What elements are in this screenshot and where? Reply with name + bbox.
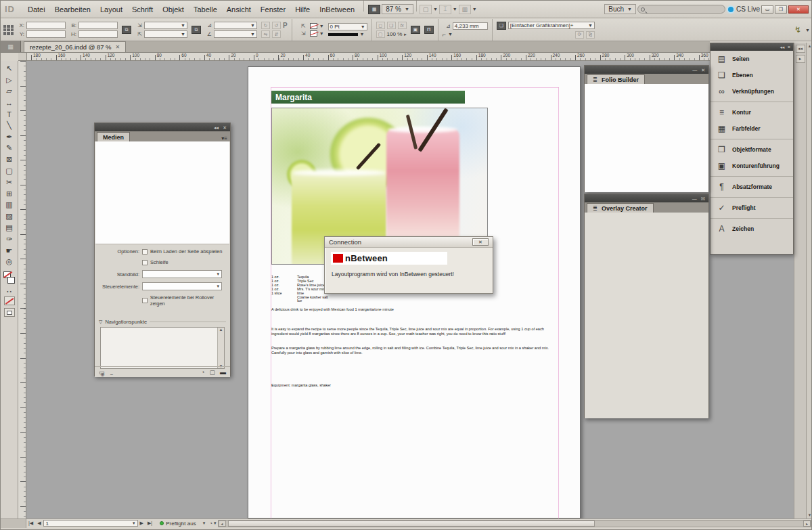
apply-none-button[interactable] <box>4 296 15 305</box>
shadow-icon[interactable]: ❏ <box>387 22 396 29</box>
rotation-angle-field[interactable]: ▼ <box>214 22 257 29</box>
play-on-load-checkbox[interactable] <box>142 249 148 255</box>
previous-page-icon[interactable]: ◀ <box>35 521 43 526</box>
dock-menu-icon[interactable]: ≡ <box>788 45 790 49</box>
menu-item[interactable]: Hilfe <box>290 3 315 16</box>
dock-item-farbfelder[interactable]: ▦ Farbfelder <box>710 120 793 137</box>
height-field[interactable] <box>78 30 118 38</box>
vertical-scrollbar[interactable]: ▲ ▼ <box>806 43 812 518</box>
folio-builder-content[interactable] <box>585 84 708 192</box>
line-tool[interactable]: ╲ <box>3 120 16 131</box>
nav-points-list[interactable]: ▲▼ <box>100 327 225 369</box>
pencil-tool[interactable]: ✎ <box>3 143 16 154</box>
width-field[interactable] <box>78 22 118 29</box>
scroll-down-icon[interactable]: ▼ <box>808 513 812 517</box>
selection-tool[interactable]: ↖ <box>3 63 16 74</box>
recipe-title-bar[interactable]: Margarita <box>271 91 465 104</box>
minimize-button[interactable]: ▭ <box>761 5 773 14</box>
fill-stroke-tool-swatches[interactable] <box>3 270 16 288</box>
wrap-none-icon[interactable]: ▣ <box>411 26 420 34</box>
zoom-tool[interactable]: ◎ <box>3 257 16 268</box>
cs-live-icon[interactable] <box>727 5 735 14</box>
collapse-panel-icon[interactable]: ◂◂ <box>214 125 219 130</box>
close-tab-icon[interactable]: ✕ <box>116 44 120 50</box>
quick-apply-lightning-icon[interactable]: ↯ <box>794 25 801 35</box>
dock-item-zeichen[interactable]: A Zeichen <box>710 218 793 237</box>
dock-item-kontur[interactable]: ≡ Kontur <box>710 102 793 120</box>
tab-overlay-creator[interactable]: ≣Overlay Creator <box>587 203 654 213</box>
dock-item-konturenfuehrung[interactable]: ▣ Konturenführung <box>710 158 793 174</box>
preview-spread-icon[interactable]: ▭ <box>99 369 105 376</box>
scale-y-field[interactable]: ▼ <box>144 30 187 38</box>
dock-item-ebenen[interactable]: ❏ Ebenen <box>710 67 793 83</box>
direct-selection-tool[interactable]: ▷ <box>3 74 16 86</box>
corner-radius-field[interactable]: 4,233 mm <box>453 22 488 30</box>
apply-formatting-container-icon[interactable]: ▪ <box>10 289 12 294</box>
dock-options-icon[interactable]: ▸ <box>796 55 805 63</box>
stroke-style-preview[interactable] <box>328 33 358 36</box>
gap-tool[interactable]: ↔ <box>3 97 16 108</box>
stroke-swatch[interactable] <box>7 277 15 284</box>
workspace-switcher[interactable]: Buch▼ <box>604 4 636 14</box>
preflight-menu-icon[interactable]: ▾ <box>203 521 206 526</box>
media-preview-area[interactable] <box>95 141 229 244</box>
scissors-tool[interactable]: ✂ <box>3 177 16 188</box>
menu-item[interactable]: Tabelle <box>189 3 222 16</box>
menu-item[interactable]: Objekt <box>158 3 189 16</box>
menu-item[interactable]: Layout <box>95 3 127 16</box>
horizontal-scrollbar[interactable]: ◂ ▸ <box>218 520 811 527</box>
ruler-corner[interactable] <box>18 53 27 61</box>
horizontal-ruler[interactable]: 1801601401201008060402002040608010012014… <box>18 53 807 61</box>
rectangle-tool[interactable]: ▢ <box>3 165 16 177</box>
rotate-ccw-icon[interactable]: ↺ <box>272 22 281 29</box>
scroll-up-icon[interactable]: ▲ <box>808 44 812 48</box>
select-content-icon[interactable]: ⇲ <box>296 30 306 37</box>
dock-item-objektformate[interactable]: ❐ Objektformate <box>710 139 793 158</box>
shear-angle-field[interactable]: ▼ <box>214 30 257 38</box>
expand-dock-icon[interactable]: ◂◂ <box>796 45 805 53</box>
document-tab[interactable]: rezepte_20_06.indd @ 87 % ✕ <box>24 41 126 52</box>
dialog-title-bar[interactable]: Connection ✕ <box>325 237 493 248</box>
rectangle-frame-tool[interactable]: ⊠ <box>3 154 16 165</box>
close-panel-icon[interactable]: ✕ <box>701 68 705 72</box>
eyedropper-tool[interactable]: ✑ <box>3 234 16 245</box>
scale-x-field[interactable]: ▼ <box>144 22 187 29</box>
controller-select[interactable]: ▾ <box>142 282 222 290</box>
opacity-value[interactable]: 100 % <box>387 31 403 37</box>
loop-checkbox[interactable] <box>142 260 148 265</box>
scrollbar[interactable]: ▲▼ <box>217 328 224 368</box>
search-input[interactable] <box>637 5 725 14</box>
poster-select[interactable]: ▾ <box>142 270 222 278</box>
break-link-icon[interactable]: ⧎ <box>586 31 595 39</box>
wrap-around-icon[interactable]: 𝚷 <box>424 26 434 34</box>
page-tool[interactable]: ▱ <box>3 86 16 97</box>
rotate-cw-icon[interactable]: ↻ <box>261 22 270 29</box>
gradient-feather-tool[interactable]: ▨ <box>3 211 16 222</box>
flip-vertical-icon[interactable]: ⇵ <box>272 30 281 38</box>
scroll-left-icon[interactable]: ◂ <box>219 521 226 527</box>
view-mode-button[interactable] <box>4 308 15 317</box>
bridge-icon[interactable]: ▦ <box>368 5 380 14</box>
hand-tool[interactable]: ☛ <box>3 245 16 257</box>
scroll-up-icon[interactable]: ▲ <box>219 328 223 332</box>
ingredients-list[interactable]: 1 oz.Tequila1 oz.Triple Sec1 oz.Rose's l… <box>271 275 328 303</box>
stroke-swatch[interactable] <box>310 23 317 29</box>
x-position-field[interactable] <box>26 22 66 29</box>
opacity-icon[interactable]: ▢ <box>376 30 385 38</box>
fx-icon[interactable]: fx <box>398 22 407 29</box>
show-controller-checkbox[interactable] <box>142 298 148 303</box>
delete-media-icon[interactable]: ▬ <box>220 369 226 376</box>
apply-formatting-text-icon[interactable]: ▪ <box>7 289 8 294</box>
next-page-icon[interactable]: ▶ <box>138 521 145 526</box>
corner-shape-icon[interactable]: ⌐ <box>443 31 446 38</box>
find-icon[interactable]: ◻ <box>376 22 385 29</box>
scrollbar-thumb[interactable] <box>228 521 595 527</box>
dock-item-absatzformate[interactable]: ¶ Absatzformate <box>710 176 793 195</box>
dock-item-seiten[interactable]: ▤ Seiten <box>710 51 793 67</box>
menu-item[interactable]: InBetween <box>315 3 359 16</box>
scroll-right-icon[interactable]: ▸ <box>803 521 811 527</box>
arrange-documents-icon[interactable]: ▥ <box>459 5 471 14</box>
dialog-close-button[interactable]: ✕ <box>472 238 489 246</box>
overlay-creator-content[interactable] <box>585 213 708 418</box>
reference-point-proxy[interactable] <box>3 25 14 35</box>
